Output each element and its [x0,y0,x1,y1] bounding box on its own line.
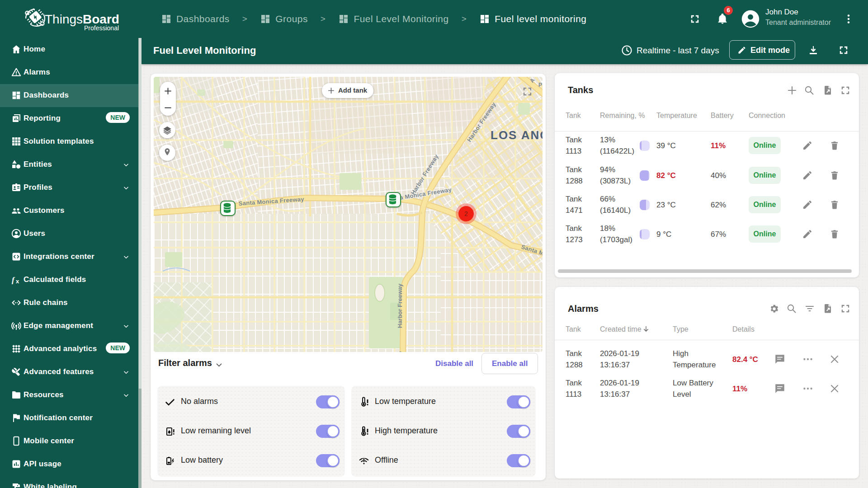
svg-text:Professional: Professional [84,24,119,32]
svg-text:P: P [538,82,542,88]
svg-text:Harbor Freeway: Harbor Freeway [396,283,403,328]
svg-text:LOS ANGE: LOS ANGE [491,128,542,142]
svg-text:Harbo: Harbo [396,351,403,352]
svg-text:f: f [12,276,15,284]
svg-text:x: x [16,278,19,285]
